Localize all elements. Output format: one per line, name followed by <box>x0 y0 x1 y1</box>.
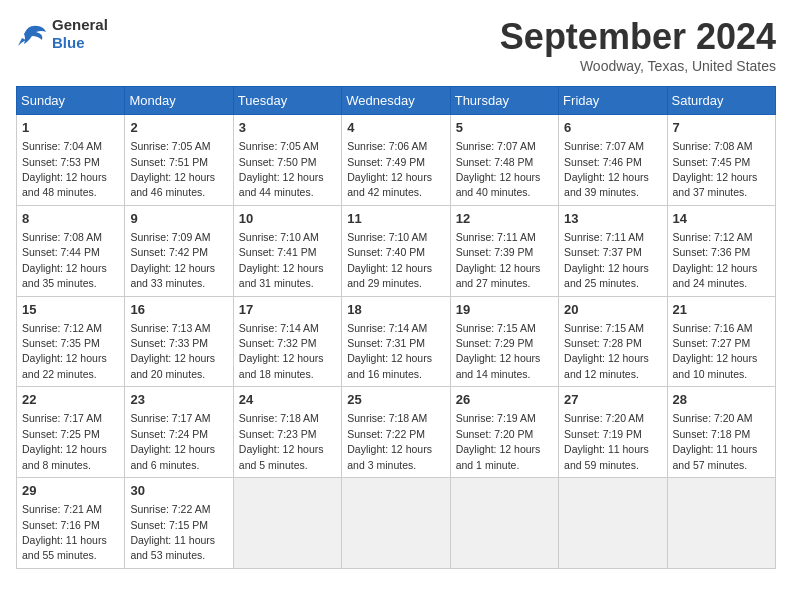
day-number: 9 <box>130 210 227 228</box>
day-number: 20 <box>564 301 661 319</box>
calendar-day-cell: 14Sunrise: 7:12 AMSunset: 7:36 PMDayligh… <box>667 205 775 296</box>
day-info: Sunrise: 7:20 AMSunset: 7:19 PMDaylight:… <box>564 412 649 470</box>
calendar-day-cell: 16Sunrise: 7:13 AMSunset: 7:33 PMDayligh… <box>125 296 233 387</box>
day-number: 26 <box>456 391 553 409</box>
calendar-day-cell <box>667 478 775 569</box>
day-info: Sunrise: 7:22 AMSunset: 7:15 PMDaylight:… <box>130 503 215 561</box>
day-number: 28 <box>673 391 770 409</box>
day-info: Sunrise: 7:19 AMSunset: 7:20 PMDaylight:… <box>456 412 541 470</box>
day-info: Sunrise: 7:08 AMSunset: 7:45 PMDaylight:… <box>673 140 758 198</box>
weekday-header-cell: Thursday <box>450 87 558 115</box>
day-number: 2 <box>130 119 227 137</box>
calendar-day-cell: 26Sunrise: 7:19 AMSunset: 7:20 PMDayligh… <box>450 387 558 478</box>
day-number: 17 <box>239 301 336 319</box>
day-info: Sunrise: 7:20 AMSunset: 7:18 PMDaylight:… <box>673 412 758 470</box>
weekday-header-row: SundayMondayTuesdayWednesdayThursdayFrid… <box>17 87 776 115</box>
day-info: Sunrise: 7:18 AMSunset: 7:22 PMDaylight:… <box>347 412 432 470</box>
calendar-day-cell <box>233 478 341 569</box>
day-info: Sunrise: 7:12 AMSunset: 7:36 PMDaylight:… <box>673 231 758 289</box>
day-info: Sunrise: 7:16 AMSunset: 7:27 PMDaylight:… <box>673 322 758 380</box>
day-number: 23 <box>130 391 227 409</box>
calendar-day-cell: 22Sunrise: 7:17 AMSunset: 7:25 PMDayligh… <box>17 387 125 478</box>
calendar-day-cell: 1Sunrise: 7:04 AMSunset: 7:53 PMDaylight… <box>17 115 125 206</box>
day-info: Sunrise: 7:07 AMSunset: 7:46 PMDaylight:… <box>564 140 649 198</box>
calendar-day-cell: 6Sunrise: 7:07 AMSunset: 7:46 PMDaylight… <box>559 115 667 206</box>
calendar-day-cell: 19Sunrise: 7:15 AMSunset: 7:29 PMDayligh… <box>450 296 558 387</box>
calendar-day-cell: 9Sunrise: 7:09 AMSunset: 7:42 PMDaylight… <box>125 205 233 296</box>
calendar-week-row: 22Sunrise: 7:17 AMSunset: 7:25 PMDayligh… <box>17 387 776 478</box>
day-info: Sunrise: 7:04 AMSunset: 7:53 PMDaylight:… <box>22 140 107 198</box>
day-number: 19 <box>456 301 553 319</box>
calendar-day-cell: 25Sunrise: 7:18 AMSunset: 7:22 PMDayligh… <box>342 387 450 478</box>
day-number: 18 <box>347 301 444 319</box>
calendar-day-cell: 5Sunrise: 7:07 AMSunset: 7:48 PMDaylight… <box>450 115 558 206</box>
day-info: Sunrise: 7:14 AMSunset: 7:31 PMDaylight:… <box>347 322 432 380</box>
day-info: Sunrise: 7:15 AMSunset: 7:29 PMDaylight:… <box>456 322 541 380</box>
day-number: 27 <box>564 391 661 409</box>
weekday-header-cell: Friday <box>559 87 667 115</box>
month-year: September 2024 <box>500 16 776 58</box>
day-info: Sunrise: 7:13 AMSunset: 7:33 PMDaylight:… <box>130 322 215 380</box>
calendar-day-cell: 27Sunrise: 7:20 AMSunset: 7:19 PMDayligh… <box>559 387 667 478</box>
day-info: Sunrise: 7:17 AMSunset: 7:25 PMDaylight:… <box>22 412 107 470</box>
calendar-week-row: 29Sunrise: 7:21 AMSunset: 7:16 PMDayligh… <box>17 478 776 569</box>
day-number: 13 <box>564 210 661 228</box>
calendar-day-cell: 12Sunrise: 7:11 AMSunset: 7:39 PMDayligh… <box>450 205 558 296</box>
day-number: 4 <box>347 119 444 137</box>
day-number: 10 <box>239 210 336 228</box>
logo: General Blue <box>16 16 108 52</box>
weekday-header-cell: Tuesday <box>233 87 341 115</box>
day-info: Sunrise: 7:10 AMSunset: 7:41 PMDaylight:… <box>239 231 324 289</box>
day-number: 16 <box>130 301 227 319</box>
calendar-day-cell: 7Sunrise: 7:08 AMSunset: 7:45 PMDaylight… <box>667 115 775 206</box>
day-info: Sunrise: 7:10 AMSunset: 7:40 PMDaylight:… <box>347 231 432 289</box>
day-info: Sunrise: 7:06 AMSunset: 7:49 PMDaylight:… <box>347 140 432 198</box>
calendar-day-cell: 2Sunrise: 7:05 AMSunset: 7:51 PMDaylight… <box>125 115 233 206</box>
day-number: 6 <box>564 119 661 137</box>
calendar-table: SundayMondayTuesdayWednesdayThursdayFrid… <box>16 86 776 569</box>
calendar-body: 1Sunrise: 7:04 AMSunset: 7:53 PMDaylight… <box>17 115 776 569</box>
calendar-day-cell: 3Sunrise: 7:05 AMSunset: 7:50 PMDaylight… <box>233 115 341 206</box>
calendar-day-cell: 20Sunrise: 7:15 AMSunset: 7:28 PMDayligh… <box>559 296 667 387</box>
day-number: 21 <box>673 301 770 319</box>
day-number: 3 <box>239 119 336 137</box>
calendar-day-cell: 17Sunrise: 7:14 AMSunset: 7:32 PMDayligh… <box>233 296 341 387</box>
day-number: 12 <box>456 210 553 228</box>
weekday-header-cell: Sunday <box>17 87 125 115</box>
day-info: Sunrise: 7:09 AMSunset: 7:42 PMDaylight:… <box>130 231 215 289</box>
day-number: 30 <box>130 482 227 500</box>
day-number: 1 <box>22 119 119 137</box>
day-info: Sunrise: 7:17 AMSunset: 7:24 PMDaylight:… <box>130 412 215 470</box>
day-info: Sunrise: 7:08 AMSunset: 7:44 PMDaylight:… <box>22 231 107 289</box>
calendar-day-cell <box>559 478 667 569</box>
day-number: 5 <box>456 119 553 137</box>
day-info: Sunrise: 7:11 AMSunset: 7:39 PMDaylight:… <box>456 231 541 289</box>
day-info: Sunrise: 7:15 AMSunset: 7:28 PMDaylight:… <box>564 322 649 380</box>
day-number: 11 <box>347 210 444 228</box>
calendar-day-cell: 10Sunrise: 7:10 AMSunset: 7:41 PMDayligh… <box>233 205 341 296</box>
day-info: Sunrise: 7:07 AMSunset: 7:48 PMDaylight:… <box>456 140 541 198</box>
day-number: 14 <box>673 210 770 228</box>
calendar-day-cell: 11Sunrise: 7:10 AMSunset: 7:40 PMDayligh… <box>342 205 450 296</box>
calendar-day-cell <box>342 478 450 569</box>
day-info: Sunrise: 7:05 AMSunset: 7:51 PMDaylight:… <box>130 140 215 198</box>
calendar-day-cell: 15Sunrise: 7:12 AMSunset: 7:35 PMDayligh… <box>17 296 125 387</box>
calendar-day-cell: 8Sunrise: 7:08 AMSunset: 7:44 PMDaylight… <box>17 205 125 296</box>
calendar-day-cell: 28Sunrise: 7:20 AMSunset: 7:18 PMDayligh… <box>667 387 775 478</box>
day-number: 15 <box>22 301 119 319</box>
calendar-day-cell: 4Sunrise: 7:06 AMSunset: 7:49 PMDaylight… <box>342 115 450 206</box>
calendar-day-cell: 29Sunrise: 7:21 AMSunset: 7:16 PMDayligh… <box>17 478 125 569</box>
calendar-week-row: 8Sunrise: 7:08 AMSunset: 7:44 PMDaylight… <box>17 205 776 296</box>
day-number: 22 <box>22 391 119 409</box>
weekday-header-cell: Monday <box>125 87 233 115</box>
calendar-day-cell: 24Sunrise: 7:18 AMSunset: 7:23 PMDayligh… <box>233 387 341 478</box>
day-number: 24 <box>239 391 336 409</box>
calendar-day-cell: 30Sunrise: 7:22 AMSunset: 7:15 PMDayligh… <box>125 478 233 569</box>
logo-text: General Blue <box>52 16 108 52</box>
calendar-day-cell: 13Sunrise: 7:11 AMSunset: 7:37 PMDayligh… <box>559 205 667 296</box>
day-info: Sunrise: 7:21 AMSunset: 7:16 PMDaylight:… <box>22 503 107 561</box>
day-info: Sunrise: 7:12 AMSunset: 7:35 PMDaylight:… <box>22 322 107 380</box>
calendar-day-cell: 18Sunrise: 7:14 AMSunset: 7:31 PMDayligh… <box>342 296 450 387</box>
day-number: 29 <box>22 482 119 500</box>
day-number: 25 <box>347 391 444 409</box>
